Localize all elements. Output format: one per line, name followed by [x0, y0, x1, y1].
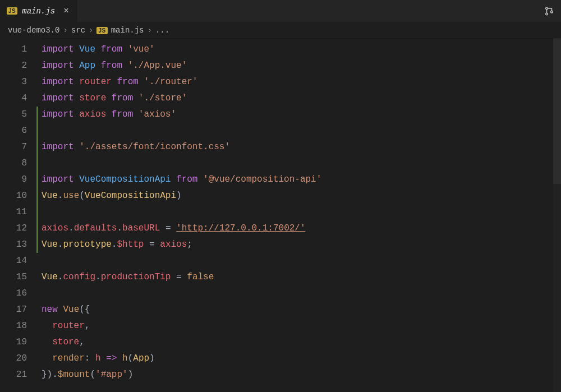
code-line[interactable]: import App from './App.vue' — [42, 58, 561, 74]
code-line[interactable]: import VueCompositionApi from '@vue/comp… — [42, 172, 561, 188]
tab-bar: JS main.js × — [0, 0, 561, 22]
code-line[interactable]: Vue.config.productionTip = false — [42, 269, 561, 285]
line-number: 15 — [0, 269, 42, 285]
line-number: 9 — [0, 172, 42, 188]
chevron-right-icon: › — [63, 26, 67, 35]
js-file-icon: JS — [96, 27, 107, 34]
svg-point-2 — [551, 11, 553, 13]
chevron-right-icon: › — [148, 26, 152, 35]
code-line[interactable]: Vue.use(VueCompositionApi) — [42, 188, 561, 204]
code-line[interactable] — [42, 285, 561, 302]
line-number: 14 — [0, 253, 42, 269]
code-line[interactable] — [42, 204, 561, 220]
code-line[interactable]: store, — [42, 334, 561, 351]
svg-point-1 — [546, 13, 548, 15]
line-number: 12 — [0, 220, 42, 237]
code-line[interactable]: router, — [42, 318, 561, 334]
line-number: 5 — [0, 107, 42, 123]
scroll-thumb[interactable] — [553, 38, 561, 184]
line-number: 6 — [0, 123, 42, 139]
code-area: 123456789101112131415161718192021 import… — [0, 38, 561, 392]
tab-main-js[interactable]: JS main.js × — [0, 0, 78, 22]
line-number: 11 — [0, 204, 42, 220]
compare-changes-icon[interactable] — [544, 6, 554, 16]
code-line[interactable]: import './assets/font/iconfont.css' — [42, 139, 561, 155]
line-number: 16 — [0, 285, 42, 302]
chevron-right-icon: › — [89, 26, 93, 35]
line-number: 18 — [0, 318, 42, 334]
line-number: 2 — [0, 58, 42, 74]
breadcrumb-folder[interactable]: src — [71, 26, 85, 35]
tab-label: main.js — [22, 7, 55, 16]
code-line[interactable]: import Vue from 'vue' — [42, 41, 561, 58]
breadcrumb-file[interactable]: main.js — [111, 26, 144, 35]
line-number: 4 — [0, 90, 42, 107]
code-content[interactable]: import Vue from 'vue'import App from './… — [42, 38, 561, 392]
line-number: 20 — [0, 351, 42, 367]
code-line[interactable] — [42, 123, 561, 139]
line-number-gutter: 123456789101112131415161718192021 — [0, 38, 42, 392]
js-file-icon: JS — [7, 7, 17, 15]
tab-actions — [537, 0, 561, 22]
code-line[interactable]: import store from './store' — [42, 90, 561, 107]
code-line[interactable] — [42, 155, 561, 172]
line-number: 13 — [0, 237, 42, 253]
line-number: 8 — [0, 155, 42, 172]
code-line[interactable]: new Vue({ — [42, 302, 561, 318]
line-number: 17 — [0, 302, 42, 318]
code-line[interactable] — [42, 253, 561, 269]
line-number: 19 — [0, 334, 42, 351]
code-line[interactable]: import axios from 'axios' — [42, 107, 561, 123]
line-number: 10 — [0, 188, 42, 204]
code-line[interactable]: render: h => h(App) — [42, 351, 561, 367]
close-icon[interactable]: × — [62, 6, 71, 16]
code-line[interactable]: axios.defaults.baseURL = 'http://127.0.0… — [42, 220, 561, 237]
line-number: 7 — [0, 139, 42, 155]
svg-point-0 — [546, 7, 548, 10]
breadcrumb: vue-demo3.0 › src › JS main.js › ... — [0, 22, 561, 38]
line-number: 3 — [0, 74, 42, 90]
breadcrumb-ellipsis[interactable]: ... — [155, 26, 169, 35]
line-number: 1 — [0, 41, 42, 58]
vertical-scrollbar[interactable] — [553, 38, 561, 392]
code-line[interactable]: import router from './router' — [42, 74, 561, 90]
editor-root: JS main.js × vue-demo3.0 › src › JS main… — [0, 0, 561, 392]
line-number: 21 — [0, 367, 42, 383]
code-line[interactable]: }).$mount('#app') — [42, 367, 561, 383]
code-line[interactable]: Vue.prototype.$http = axios; — [42, 237, 561, 253]
breadcrumb-project[interactable]: vue-demo3.0 — [8, 26, 59, 35]
